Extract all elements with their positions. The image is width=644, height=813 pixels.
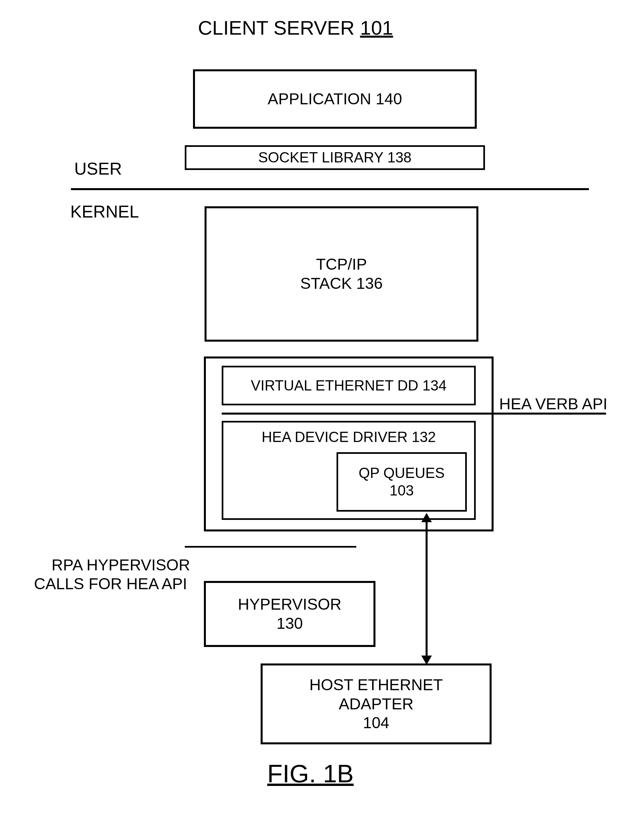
figure-caption: FIG. 1B — [267, 759, 354, 788]
rpa-hypervisor-text: RPA HYPERVISOR CALLS FOR HEA API — [34, 556, 190, 593]
user-kernel-divider — [71, 188, 589, 190]
host-eth-l1: HOST ETHERNET — [309, 675, 443, 695]
host-ethernet-adapter-block: HOST ETHERNET ADAPTER 104 — [261, 663, 492, 744]
page-title: CLIENT SERVER 101 — [198, 17, 393, 39]
title-prefix: CLIENT SERVER — [198, 17, 360, 39]
hypervisor-l1: HYPERVISOR — [238, 595, 341, 614]
rpa-leader-line — [185, 546, 356, 548]
arrow-down-icon — [421, 655, 432, 665]
tcpip-stack-block: TCP/IP STACK 136 — [205, 206, 478, 342]
hea-verb-api-label: HEA VERB API — [499, 394, 607, 414]
qp-queues-block: QP QUEUES 103 — [337, 452, 467, 512]
rpa-hypervisor-label: RPA HYPERVISOR CALLS FOR HEA API — [34, 536, 190, 612]
title-ref: 101 — [360, 17, 393, 39]
socket-library-label: SOCKET LIBRARY 138 — [259, 149, 412, 166]
qp-queues-l2: 103 — [390, 482, 414, 499]
application-label: APPLICATION 140 — [268, 89, 402, 109]
kernel-label: KERNEL — [70, 201, 139, 222]
qp-queues-l1: QP QUEUES — [359, 465, 445, 482]
tcpip-l2: STACK 136 — [300, 274, 383, 293]
virtual-ethernet-label: VIRTUAL ETHERNET DD 134 — [251, 377, 447, 394]
diagram-root: CLIENT SERVER 101 APPLICATION 140 SOCKET… — [0, 0, 644, 813]
user-label: USER — [74, 158, 122, 179]
virtual-ethernet-block: VIRTUAL ETHERNET DD 134 — [222, 366, 476, 405]
host-eth-l2: ADAPTER — [339, 695, 414, 714]
hea-device-driver-label: HEA DEVICE DRIVER 132 — [262, 428, 436, 446]
hypervisor-l2: 130 — [277, 614, 303, 633]
application-block: APPLICATION 140 — [193, 69, 477, 129]
tcpip-l1: TCP/IP — [316, 255, 367, 274]
socket-library-block: SOCKET LIBRARY 138 — [185, 145, 485, 170]
hypervisor-block: HYPERVISOR 130 — [204, 581, 375, 647]
arrow-up-icon — [421, 513, 432, 522]
qp-to-hea-link — [425, 521, 428, 658]
host-eth-l3: 104 — [363, 713, 389, 732]
